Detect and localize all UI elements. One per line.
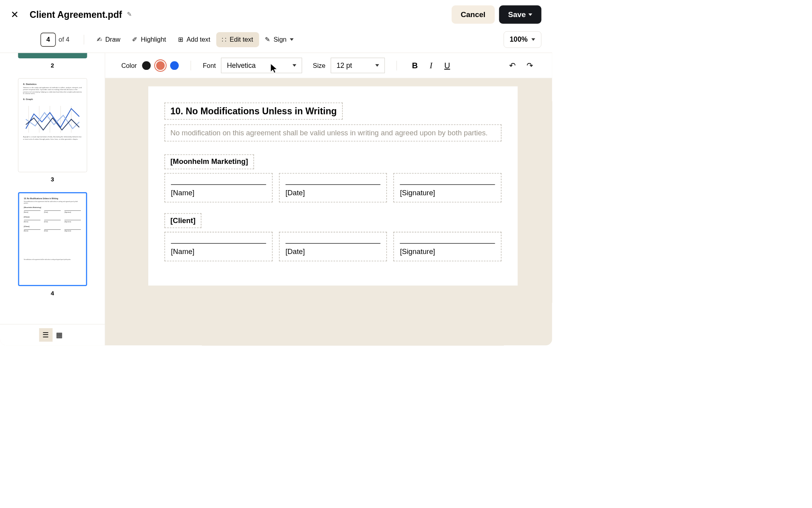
cancel-button[interactable]: Cancel bbox=[452, 6, 495, 24]
name-field[interactable]: [Name] bbox=[165, 173, 272, 202]
page-number: 4 bbox=[51, 290, 54, 297]
size-select[interactable]: 12 pt bbox=[331, 58, 385, 73]
page-number: 2 bbox=[51, 62, 54, 69]
editable-body[interactable]: No modification on this agreement shall … bbox=[165, 124, 502, 141]
font-select[interactable]: Helvetica bbox=[221, 58, 302, 73]
edit-text-tool[interactable]: ⸬Edit text bbox=[216, 32, 259, 47]
chevron-down-icon bbox=[290, 38, 294, 41]
sign-tool[interactable]: ✎Sign bbox=[259, 32, 299, 47]
save-label: Save bbox=[508, 10, 526, 19]
color-blue[interactable] bbox=[170, 61, 179, 70]
document-page: 10. No Modifications Unless in Writing N… bbox=[148, 87, 518, 286]
edit-text-icon: ⸬ bbox=[222, 36, 226, 43]
graph-thumbnail-icon bbox=[23, 103, 82, 136]
underline-button[interactable]: U bbox=[441, 60, 453, 71]
thumbnail-sidebar: 2 8. Statistics Statistics is the study … bbox=[0, 53, 105, 345]
color-black[interactable] bbox=[142, 61, 151, 70]
sign-icon: ✎ bbox=[265, 36, 270, 43]
highlight-tool[interactable]: ✐Highlight bbox=[126, 32, 172, 47]
chevron-down-icon bbox=[531, 38, 535, 41]
page-canvas[interactable]: 10. No Modifications Unless in Writing N… bbox=[105, 78, 552, 345]
chevron-down-icon bbox=[375, 64, 379, 67]
draw-icon: ✍︎ bbox=[97, 36, 102, 43]
signature-field[interactable]: [Signature] bbox=[393, 173, 501, 202]
thumbnail-page-4[interactable]: 10. No Modifications Unless in Writing N… bbox=[18, 192, 87, 286]
close-button[interactable]: ✕ bbox=[11, 9, 19, 20]
font-label: Font bbox=[203, 62, 216, 69]
redo-button[interactable]: ↷ bbox=[524, 60, 536, 71]
grid-view-button[interactable]: ▦ bbox=[52, 328, 66, 342]
name-field[interactable]: [Name] bbox=[165, 232, 272, 261]
date-field[interactable]: [Date] bbox=[279, 173, 387, 202]
divider bbox=[84, 35, 84, 44]
page-number: 3 bbox=[51, 176, 54, 183]
undo-button[interactable]: ↶ bbox=[506, 60, 519, 71]
add-text-tool[interactable]: ⊞Add text bbox=[172, 32, 216, 47]
zoom-select[interactable]: 100% bbox=[504, 31, 542, 48]
chevron-down-icon bbox=[293, 64, 297, 67]
editable-party1[interactable]: [Moonhelm Marketing] bbox=[165, 154, 254, 169]
italic-button[interactable]: I bbox=[427, 60, 436, 71]
chevron-down-icon bbox=[529, 13, 532, 16]
rename-icon[interactable]: ✎ bbox=[127, 11, 132, 18]
document-title: Client Agreement.pdf bbox=[30, 9, 122, 20]
color-label: Color bbox=[121, 62, 137, 69]
size-label: Size bbox=[313, 62, 326, 69]
add-text-icon: ⊞ bbox=[178, 36, 184, 43]
thumbnail-page-2[interactable] bbox=[18, 53, 87, 58]
list-view-button[interactable]: ☰ bbox=[39, 328, 52, 342]
divider bbox=[396, 61, 397, 70]
color-orange[interactable] bbox=[156, 61, 165, 70]
editable-party2[interactable]: [Client] bbox=[165, 213, 201, 228]
date-field[interactable]: [Date] bbox=[279, 232, 387, 261]
page-input[interactable]: 4 bbox=[40, 33, 56, 46]
page-total: of 4 bbox=[59, 36, 69, 43]
editable-heading[interactable]: 10. No Modifications Unless in Writing bbox=[165, 102, 343, 119]
highlight-icon: ✐ bbox=[132, 36, 138, 43]
save-button[interactable]: Save bbox=[499, 6, 541, 24]
draw-tool[interactable]: ✍︎Draw bbox=[91, 32, 126, 47]
thumbnail-page-3[interactable]: 8. Statistics Statistics is the study an… bbox=[18, 78, 87, 172]
signature-field[interactable]: [Signature] bbox=[393, 232, 501, 261]
bold-button[interactable]: B bbox=[409, 60, 421, 71]
divider bbox=[191, 61, 191, 70]
